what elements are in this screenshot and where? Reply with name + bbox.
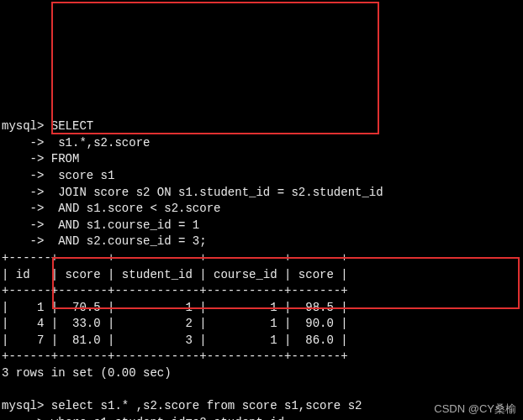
table-row: | 1 | 70.5 | 1 | 1 | 98.5 | — [2, 300, 523, 317]
sql-line: -> AND s2.course_id = 3; — [2, 234, 523, 250]
table-border: +------+-------+------------+-----------… — [2, 250, 523, 267]
table-row: | 4 | 33.0 | 2 | 1 | 90.0 | — [2, 316, 523, 333]
sql-line: mysql> SELECT — [2, 118, 523, 135]
sql-line: -> s1.*,s2.score — [2, 135, 523, 152]
table-border: +------+-------+------------+-----------… — [2, 283, 523, 300]
terminal-output: mysql> SELECT -> s1.*,s2.score -> FROM -… — [2, 118, 523, 420]
sql-line: -> FROM — [2, 151, 523, 168]
table-header: | id | score | student_id | course_id | … — [2, 267, 523, 284]
watermark-label: CSDN @CY桑榆 — [434, 402, 516, 417]
table-row: | 7 | 81.0 | 3 | 1 | 86.0 | — [2, 333, 523, 349]
highlight-box-1 — [51, 2, 379, 134]
table-border: +------+-------+------------+-----------… — [2, 349, 523, 365]
sql-line: -> JOIN score s2 ON s1.student_id = s2.s… — [2, 185, 523, 202]
sql-line: -> AND s1.course_id = 1 — [2, 218, 523, 234]
result-footer: 3 rows in set (0.00 sec) — [2, 365, 523, 382]
sql-line: -> score s1 — [2, 168, 523, 185]
blank-line — [2, 382, 523, 399]
sql-line: -> AND s1.score < s2.score — [2, 201, 523, 218]
